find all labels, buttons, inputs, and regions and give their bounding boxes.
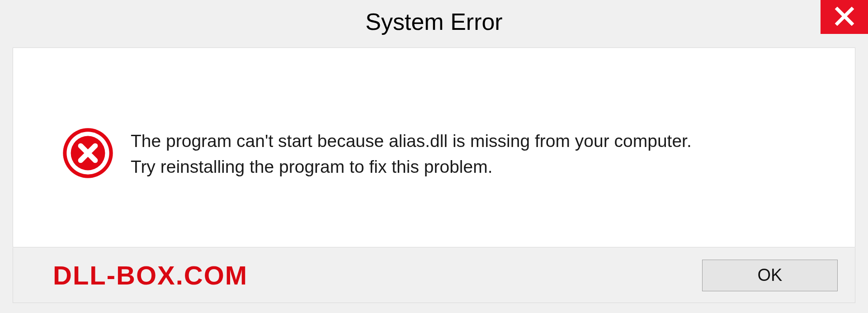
error-icon — [62, 127, 114, 179]
error-message-line2: Try reinstalling the program to fix this… — [131, 157, 493, 176]
dialog-title: System Error — [0, 8, 868, 35]
error-message: The program can't start because alias.dl… — [131, 128, 819, 180]
dialog-footer: DLL-BOX.COM OK — [13, 248, 855, 303]
ok-button[interactable]: OK — [702, 260, 838, 291]
error-message-line1: The program can't start because alias.dl… — [131, 131, 692, 151]
watermark-text: DLL-BOX.COM — [53, 260, 248, 290]
close-icon — [834, 5, 855, 29]
message-panel: The program can't start because alias.dl… — [13, 47, 855, 247]
close-button[interactable] — [821, 0, 868, 34]
